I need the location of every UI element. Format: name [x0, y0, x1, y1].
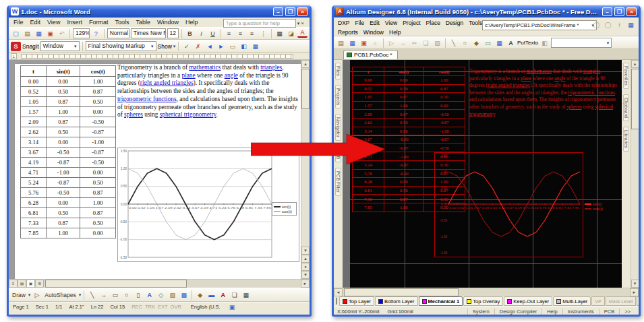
save-icon[interactable]: ▦ — [347, 38, 357, 48]
layer-control-button[interactable]: Clear — [637, 296, 641, 306]
home-icon[interactable]: ▦ — [626, 20, 636, 30]
accept-change-icon[interactable]: ✓ — [181, 42, 192, 51]
align-right-icon[interactable]: ≡ — [247, 29, 257, 38]
panel-tab[interactable]: Favorites — [623, 63, 629, 89]
menu-item[interactable]: View — [382, 20, 400, 26]
undo-icon[interactable]: ↶ — [57, 29, 67, 38]
toolbar-close-icon[interactable]: × — [301, 20, 304, 26]
print-icon[interactable]: ▣ — [359, 38, 369, 48]
scroll-down-icon[interactable]: ▼ — [631, 280, 639, 288]
clipart-icon[interactable]: ▧ — [167, 290, 177, 300]
horizontal-ruler[interactable]: L — [9, 53, 310, 60]
insert-comment-icon[interactable]: ▭ — [227, 42, 237, 51]
oval-icon[interactable]: ○ — [121, 290, 131, 300]
textbox-icon[interactable]: ▯ — [133, 290, 143, 300]
minimize-button[interactable]: – — [602, 7, 612, 16]
pcb-trig-chart[interactable]: 1.501.000.500.00-0.50-1.00-1.500.00 0.52… — [434, 152, 583, 257]
menu-item[interactable]: Window — [361, 29, 386, 36]
markup-dropdown-icon[interactable]: ▾ — [151, 42, 154, 51]
menu-item[interactable]: Help — [386, 29, 403, 36]
menu-item[interactable]: Table — [132, 18, 154, 26]
cut-icon[interactable]: ✂ — [409, 38, 419, 48]
altium-vertical-scrollbar[interactable]: ▲ ▼ — [631, 60, 639, 288]
panel-button[interactable]: Help — [541, 309, 562, 315]
layer-tab[interactable]: Mechanical 1 — [419, 296, 463, 306]
status-mode[interactable]: TRK — [145, 304, 155, 310]
panel-button[interactable]: System — [467, 309, 494, 315]
zoom-combo[interactable]: 129% ▾ — [73, 28, 90, 38]
diagram-icon[interactable]: ◇ — [156, 290, 166, 300]
up-icon[interactable]: ↑ — [614, 20, 624, 30]
hyperlink[interactable]: spherical trigonometry — [160, 111, 216, 118]
hyperlink[interactable]: right angled triangles — [140, 79, 194, 86]
italic-icon[interactable]: I — [196, 29, 206, 38]
word-page[interactable]: tsin(t)cos(t)0.000.001.000.520.500.871.0… — [15, 64, 301, 279]
layer-tab[interactable]: Top Overlay — [463, 296, 503, 306]
spellcheck-book-icon[interactable]: ▣ — [227, 303, 237, 311]
forward-icon[interactable]: ◯ — [603, 20, 613, 30]
paste-icon[interactable]: ▨ — [432, 38, 442, 48]
scroll-right-icon[interactable]: ► — [301, 280, 310, 288]
panel-tab[interactable]: Projects — [335, 85, 341, 108]
scroll-up-icon[interactable]: ▲ — [631, 60, 639, 68]
bold-icon[interactable]: B — [185, 29, 195, 38]
place-pad-icon[interactable]: ○ — [460, 38, 470, 48]
scrollbar-thumb[interactable] — [301, 69, 310, 109]
scroll-up-icon[interactable]: ▲ — [301, 60, 310, 68]
browse-next-icon[interactable]: ▼ — [301, 271, 310, 279]
altium-horizontal-scrollbar[interactable]: ◄ ► — [334, 288, 639, 296]
print-icon[interactable]: ▣ — [45, 29, 55, 38]
draw-menu[interactable]: Draw — [11, 292, 27, 298]
tables-borders-icon[interactable]: ▦ — [250, 42, 260, 51]
menu-item[interactable]: Insert — [63, 18, 86, 26]
autoshapes-dropdown-icon[interactable]: ▾ — [79, 292, 82, 298]
scroll-right-icon[interactable]: ► — [630, 288, 639, 296]
show-dropdown-icon[interactable]: ▾ — [173, 44, 176, 49]
menu-item[interactable]: Help — [182, 18, 202, 26]
font-size-dropdown-icon[interactable]: ▾ — [178, 29, 179, 38]
hyperlink[interactable]: mathematics — [189, 64, 221, 71]
reviewing-pane-icon[interactable]: ◧ — [239, 42, 249, 51]
move-icon[interactable]: → — [398, 38, 408, 48]
font-size-combo[interactable]: 12 ▾ — [167, 28, 179, 38]
panel-button[interactable]: Instruments — [562, 309, 599, 315]
shadow-style-icon[interactable]: ❏ — [229, 290, 239, 300]
style-combo[interactable]: Normal ▾ — [107, 28, 129, 38]
hyperlink[interactable]: plane — [521, 75, 531, 82]
hscroll-thumb[interactable] — [45, 280, 187, 288]
word-vertical-scrollbar[interactable]: ▲ ▼ ▲ ● ▼ — [301, 60, 310, 279]
hyperlink[interactable]: plane — [182, 72, 196, 79]
status-mode[interactable]: OVR — [171, 304, 181, 310]
macro-icon[interactable]: ◧ — [539, 38, 550, 48]
document-path-combo[interactable]: c:\AveryTemp\PCB1.PcbDoc\WireFrame * ▾ — [482, 20, 597, 30]
underline-icon[interactable]: U — [208, 29, 218, 38]
place-line-icon[interactable]: ╲ — [448, 38, 459, 48]
numbering-icon[interactable]: ⋮ — [258, 29, 268, 38]
place-string-icon[interactable]: A — [506, 38, 516, 48]
layer-tab[interactable]: Bottom Layer — [375, 296, 418, 306]
font-color-icon[interactable]: A — [297, 29, 308, 38]
markup-display-combo[interactable]: Final Showing Markup ▾ — [86, 41, 156, 51]
browse-previous-icon[interactable]: ▲ — [301, 255, 310, 263]
panel-tab[interactable]: Files — [335, 63, 341, 79]
restore-button[interactable]: ❐ — [285, 7, 295, 16]
menu-item[interactable]: Design — [443, 20, 466, 26]
panel-button[interactable]: Design Compiler — [494, 309, 541, 315]
save-icon[interactable]: ▦ — [34, 29, 44, 38]
web-layout-button[interactable]: ▤ — [18, 280, 26, 288]
rectangle-icon[interactable]: ▭ — [110, 290, 120, 300]
panel-tab[interactable]: Libraries — [623, 127, 629, 152]
combo-dropdown-icon[interactable]: ▾ — [607, 38, 610, 47]
menu-item[interactable]: Window — [154, 18, 182, 26]
new-document-icon[interactable]: ▢ — [11, 29, 21, 38]
line-icon[interactable]: ╲ — [87, 290, 97, 300]
next-change-icon[interactable]: ► — [216, 42, 226, 51]
autoshapes-menu[interactable]: AutoShapes — [43, 292, 77, 298]
menu-item[interactable]: DXP — [335, 20, 352, 26]
reject-change-icon[interactable]: ✗ — [193, 42, 203, 51]
tab-pcb1-pcbdoc[interactable]: PCB1.PcbDoc * — [343, 50, 398, 59]
align-left-icon[interactable]: ≡ — [224, 29, 234, 38]
hyperlink[interactable]: right angled triangles — [488, 82, 530, 88]
menu-item[interactable]: Edit — [367, 20, 382, 26]
layer-tab[interactable]: Keep-Out Layer — [504, 296, 552, 306]
